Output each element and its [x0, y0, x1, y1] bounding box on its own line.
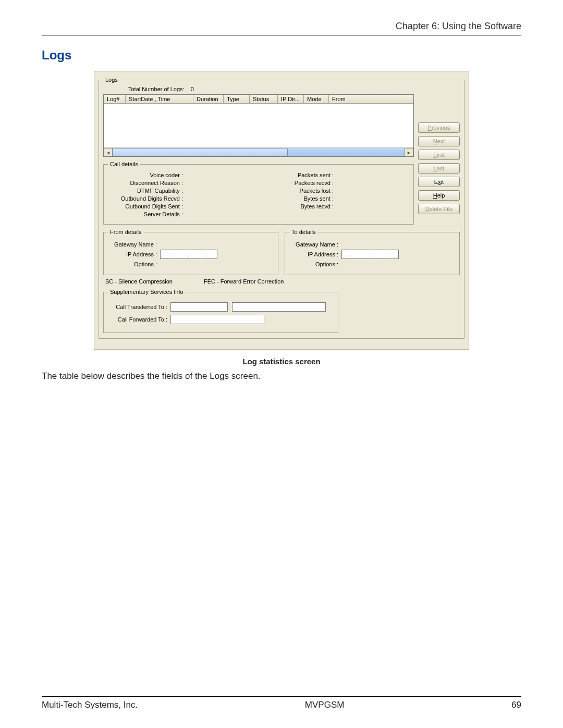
packets-sent-label: Packets sent : — [259, 172, 337, 178]
fec-legend-text: FEC - Forward Error Correction — [204, 278, 284, 285]
help-button[interactable]: Help — [418, 190, 460, 201]
log-table[interactable]: Log# StartDate , Time Duration Type Stat… — [103, 94, 414, 157]
bytes-recvd-label: Bytes recvd : — [259, 203, 337, 209]
col-duration[interactable]: Duration — [193, 95, 224, 103]
call-transferred-input-2[interactable] — [232, 302, 326, 312]
footer-left: Multi-Tech Systems, Inc. — [42, 700, 138, 710]
first-button[interactable]: First — [418, 150, 460, 160]
to-ip-label: IP Address : — [289, 251, 341, 257]
call-transferred-input-1[interactable] — [170, 302, 228, 312]
supplementary-fieldset: Supplementary Services Info Call Transfe… — [103, 289, 338, 333]
to-options-label: Options : — [289, 261, 341, 267]
logs-legend: Logs — [103, 77, 120, 83]
disconnect-reason-label: Disconnect Reason : — [108, 180, 186, 186]
previous-button[interactable]: Previous — [418, 122, 460, 133]
chapter-header: Chapter 6: Using the Software — [42, 21, 521, 32]
outbound-sent-label: Outbound Digits Sent : — [108, 203, 186, 209]
header-rule — [42, 35, 521, 35]
from-gateway-label: Gateway Name : — [108, 241, 160, 248]
col-mode[interactable]: Mode — [304, 95, 329, 103]
col-from[interactable]: From — [329, 95, 413, 103]
screenshot-panel: Logs Total Number of Logs: 0 Log# StartD… — [94, 71, 469, 350]
server-details-label: Server Details : — [108, 211, 186, 217]
col-startdate[interactable]: StartDate , Time — [126, 95, 193, 103]
call-forwarded-input[interactable] — [170, 315, 264, 324]
logs-fieldset: Logs Total Number of Logs: 0 Log# StartD… — [99, 77, 464, 339]
call-forwarded-label: Call Forwarded To : — [108, 316, 170, 323]
outbound-recvd-label: Outbound Digits Recvd : — [108, 195, 186, 202]
log-table-header: Log# StartDate , Time Duration Type Stat… — [104, 95, 413, 104]
horizontal-scrollbar[interactable]: ◄ ► — [104, 147, 413, 156]
from-options-label: Options : — [108, 261, 160, 267]
footer-center: MVPGSM — [305, 700, 345, 710]
voice-coder-label: Voice coder : — [108, 172, 186, 178]
total-logs-line: Total Number of Logs: 0 — [128, 86, 414, 92]
col-ipdir[interactable]: IP Dir... — [278, 95, 304, 103]
call-details-legend: Call details — [108, 161, 140, 167]
scroll-thumb[interactable] — [113, 148, 288, 156]
total-logs-label: Total Number of Logs: — [128, 86, 185, 92]
to-details-legend: To details — [289, 229, 317, 235]
section-title: Logs — [42, 48, 521, 63]
scroll-track[interactable] — [113, 148, 405, 156]
col-type[interactable]: Type — [224, 95, 250, 103]
col-lognum[interactable]: Log# — [104, 95, 126, 103]
total-logs-value: 0 — [191, 86, 194, 92]
col-status[interactable]: Status — [250, 95, 278, 103]
from-details-legend: From details — [108, 229, 144, 235]
intro-paragraph: The table below describes the fields of … — [42, 371, 521, 381]
side-button-bar: Previous Next First Last Exit Help Delet… — [418, 86, 460, 229]
next-button[interactable]: Next — [418, 136, 460, 146]
packets-recvd-label: Packets recvd : — [259, 180, 337, 186]
scroll-right-icon[interactable]: ► — [405, 148, 413, 157]
call-transferred-label: Call Transferred To : — [108, 304, 170, 310]
last-button[interactable]: Last — [418, 163, 460, 174]
to-details-fieldset: To details Gateway Name : IP Address : .… — [285, 229, 460, 275]
page-footer: Multi-Tech Systems, Inc. MVPGSM 69 — [42, 696, 521, 710]
from-ip-label: IP Address : — [108, 251, 160, 257]
from-ip-input[interactable]: ... — [160, 250, 217, 259]
figure-caption: Log statistics screen — [42, 357, 521, 366]
footer-right: 69 — [511, 700, 521, 710]
call-details-fieldset: Call details Voice coder : Disconnect Re… — [103, 161, 414, 225]
bytes-sent-label: Bytes sent : — [259, 195, 337, 202]
to-ip-input[interactable]: ... — [341, 250, 399, 259]
dtmf-capability-label: DTMF Capability : — [108, 188, 186, 194]
supplementary-legend: Supplementary Services Info — [108, 289, 186, 295]
from-details-fieldset: From details Gateway Name : IP Address :… — [103, 229, 278, 275]
scroll-left-icon[interactable]: ◄ — [104, 148, 113, 157]
to-gateway-label: Gateway Name : — [289, 241, 341, 248]
packets-lost-label: Packets lost : — [259, 188, 337, 194]
sc-legend-text: SC - Silence Compression — [105, 278, 173, 285]
delete-file-button[interactable]: Delete File — [418, 204, 460, 214]
exit-button[interactable]: Exit — [418, 177, 460, 187]
